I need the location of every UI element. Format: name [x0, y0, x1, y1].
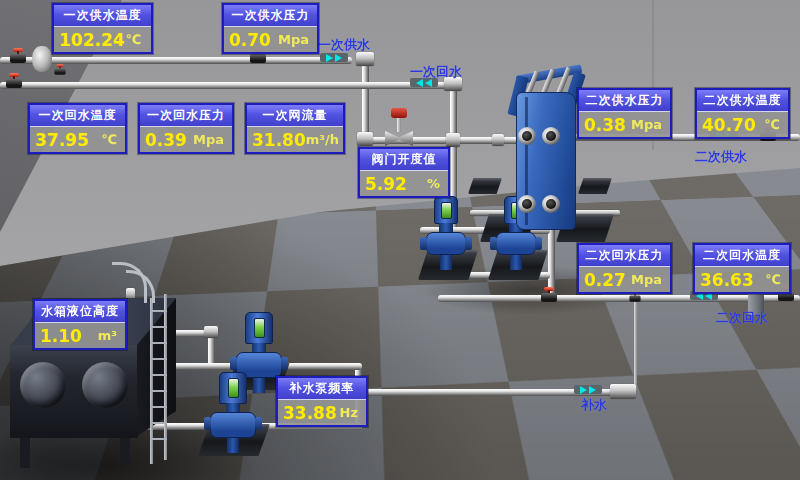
data-box-value-row: 0.38 Mpa	[579, 112, 670, 137]
ladder-rung	[150, 390, 167, 392]
data-box-makeup-pump-frequency: 补水泵频率 33.88 Hz	[276, 376, 368, 427]
ladder-rung	[150, 358, 167, 360]
tank-frame-rail	[10, 432, 138, 438]
data-box-unit: ℃	[126, 32, 142, 47]
data-box-primary-return-temperature: 一次回水温度 37.95 ℃	[28, 103, 127, 154]
pump-motor	[219, 372, 247, 404]
valve-body	[250, 54, 266, 63]
data-box-unit: Mpa	[193, 132, 224, 147]
control-valve-body	[385, 131, 413, 146]
valve-body	[6, 79, 22, 88]
pump-neck	[226, 403, 240, 412]
data-box-secondary-return-pressure: 二次回水压力 0.27 Mpa	[577, 243, 672, 294]
data-box-primary-return-pressure: 一次回水压力 0.39 Mpa	[138, 103, 234, 154]
data-box-unit: m³/h	[306, 132, 339, 147]
hx-rear-pad	[468, 178, 502, 194]
data-box-unit: Hz	[340, 405, 358, 420]
data-box-title: 一次回水温度	[30, 105, 125, 127]
ladder-rung	[150, 310, 167, 312]
ladder-rung	[150, 326, 167, 328]
supply-drop-elbow-fitting	[357, 132, 373, 146]
pipe-label-primary-supply: 一次供水	[318, 36, 370, 54]
data-box-tank-level: 水箱液位高度 1.10 m³	[33, 299, 127, 350]
data-box-secondary-return-temperature: 二次回水温度 36.63 ℃	[693, 243, 791, 294]
pump-neck	[252, 343, 266, 352]
data-box-value: 0.39	[145, 130, 187, 150]
data-box-unit: ℃	[101, 132, 117, 147]
pump-indicator-window	[441, 202, 452, 219]
flow-control-valve[interactable]	[385, 108, 413, 146]
pipe-label-primary-return: 一次回水	[410, 63, 462, 81]
data-box-unit: Mpa	[631, 117, 662, 132]
supply-inlet-valve[interactable]	[10, 48, 26, 63]
pump-motor	[434, 196, 458, 224]
data-box-title: 一次供水温度	[54, 5, 151, 27]
supply-elbow-fitting	[356, 52, 374, 66]
makeup-pump-2[interactable]	[208, 372, 258, 453]
hx-port-nozzle	[542, 127, 560, 145]
hx-port-nozzle	[518, 127, 536, 145]
pump-volute	[496, 232, 536, 255]
data-box-value-row: 0.27 Mpa	[579, 267, 670, 292]
data-box-title: 补水泵频率	[278, 378, 366, 400]
pipe-label-makeup-water: 补水	[581, 396, 607, 414]
data-box-title: 阀门开度值	[360, 149, 448, 171]
data-box-title: 水箱液位高度	[35, 301, 125, 323]
cv-line-union-fitting	[492, 134, 504, 146]
pump-foot	[440, 255, 452, 270]
pipe-label-secondary-supply: 二次供水	[695, 148, 747, 166]
flow-arrow-right-icon	[320, 53, 348, 62]
valve-body	[629, 295, 640, 301]
makeup-end-fitting	[610, 384, 636, 399]
flow-arrow-right-icon	[574, 385, 602, 394]
data-box-secondary-supply-pressure: 二次供水压力 0.38 Mpa	[577, 88, 672, 139]
data-box-unit: m³	[98, 328, 117, 343]
data-box-title: 二次供水压力	[579, 90, 670, 112]
ladder-rung	[150, 406, 167, 408]
tank-elbow-fitting	[204, 326, 218, 338]
data-box-value-row: 33.88 Hz	[278, 400, 366, 425]
data-box-value-row: 31.80 m³/h	[247, 127, 343, 152]
data-box-title: 一次网流量	[247, 105, 343, 127]
data-box-value-row: 36.63 ℃	[695, 267, 789, 292]
supply-sensor-valve[interactable]	[54, 64, 65, 75]
data-box-value: 0.70	[229, 30, 271, 50]
pump-indicator-window	[228, 378, 239, 398]
pump-motor	[245, 312, 273, 344]
data-box-title: 一次供水压力	[224, 5, 317, 27]
tank-leg	[120, 434, 130, 464]
data-box-title: 一次回水压力	[140, 105, 232, 127]
pump-volute	[426, 232, 466, 255]
data-box-secondary-supply-temperature: 二次供水温度 40.70 ℃	[695, 88, 790, 139]
pump-neck	[439, 223, 453, 232]
ladder-rung	[150, 438, 167, 440]
tank-leg	[20, 434, 30, 468]
data-box-title: 二次回水温度	[695, 245, 789, 267]
data-box-value: 1.10	[40, 326, 82, 346]
ladder-rung	[150, 374, 167, 376]
data-box-primary-supply-temperature: 一次供水温度 102.24 ℃	[52, 3, 153, 54]
primary-supply-drop-pipe	[362, 57, 369, 144]
pump-volute	[210, 412, 256, 438]
data-box-value: 5.92	[365, 174, 407, 194]
data-box-unit: ℃	[765, 272, 781, 287]
data-box-unit: ℃	[764, 117, 780, 132]
valve-body	[10, 54, 26, 63]
circulation-pump-1[interactable]	[424, 196, 468, 270]
data-box-primary-supply-pressure: 一次供水压力 0.70 Mpa	[222, 3, 319, 54]
hmi-heat-station-screen: 一次供水 一次回水 二次供水 二次回水 补水 一次供水温度 102.24 ℃ 一…	[0, 0, 800, 480]
return-tap-valve[interactable]	[541, 287, 557, 302]
makeup-riser-pipe	[634, 299, 637, 391]
secondary-return-pipe	[438, 295, 800, 302]
data-box-primary-network-flow: 一次网流量 31.80 m³/h	[245, 103, 345, 154]
valve-body	[54, 68, 65, 74]
data-box-value-row: 0.39 Mpa	[140, 127, 232, 152]
data-box-value: 102.24	[59, 30, 125, 50]
data-box-value: 40.70	[702, 115, 756, 135]
pipe-union-fitting	[446, 133, 460, 147]
return-outlet-valve[interactable]	[6, 73, 22, 88]
data-box-unit: %	[427, 176, 440, 191]
data-box-value-row: 37.95 ℃	[30, 127, 125, 152]
data-box-value: 37.95	[35, 130, 89, 150]
data-box-value: 33.88	[283, 403, 337, 423]
